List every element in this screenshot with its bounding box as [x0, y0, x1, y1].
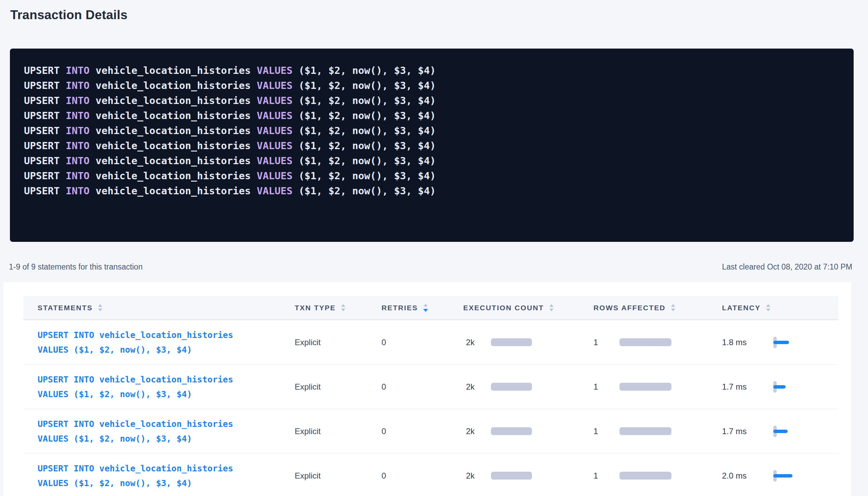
sort-arrows-icon [549, 304, 553, 311]
txn-type-cell: Explicit [291, 338, 378, 347]
execution-count-cell: 2k [460, 382, 590, 392]
sort-up-icon [671, 304, 675, 307]
sort-arrows-icon [341, 304, 345, 311]
latency-cell: 2.0 ms [719, 469, 838, 483]
latency-bar [773, 341, 789, 344]
table-header: STATEMENTS TXN TYPE RETRIES EXECUTION CO… [23, 296, 838, 320]
retries-cell: 0 [378, 471, 460, 481]
statement-row: UPSERT INTO vehicle_location_historiesVA… [23, 320, 838, 365]
column-header-txn-type[interactable]: TXN TYPE [291, 304, 378, 312]
column-header-label: ROWS AFFECTED [593, 304, 666, 312]
sort-up-icon [98, 304, 102, 307]
statement-link[interactable]: UPSERT INTO vehicle_location_historiesVA… [38, 461, 291, 491]
column-header-label: LATENCY [722, 304, 761, 312]
execution-count-bar [491, 472, 532, 480]
sort-arrows-icon [423, 304, 428, 312]
latency-bar-chart [773, 425, 797, 438]
sql-line: UPSERT INTO vehicle_location_histories V… [24, 123, 840, 138]
sort-arrows-icon [766, 304, 770, 311]
sql-line: UPSERT INTO vehicle_location_histories V… [24, 153, 840, 168]
execution-count-cell: 2k [460, 427, 590, 436]
sql-line: UPSERT INTO vehicle_location_histories V… [24, 168, 840, 183]
sql-line: UPSERT INTO vehicle_location_histories V… [24, 78, 840, 93]
sql-statements-box: UPSERT INTO vehicle_location_histories V… [10, 49, 854, 242]
sort-down-icon [766, 309, 770, 311]
latency-bar [773, 385, 786, 389]
rows-affected-cell: 1 [590, 382, 719, 392]
sort-up-icon [424, 304, 428, 306]
execution-count-cell: 2k [460, 338, 590, 347]
latency-cell: 1.7 ms [719, 380, 838, 394]
statements-table-card: STATEMENTS TXN TYPE RETRIES EXECUTION CO… [3, 282, 851, 496]
column-header-execution-count[interactable]: EXECUTION COUNT [460, 304, 590, 312]
statement-link[interactable]: UPSERT INTO vehicle_location_historiesVA… [38, 328, 291, 357]
txn-type-cell: Explicit [291, 382, 378, 392]
retries-cell: 0 [378, 382, 460, 392]
rows-affected-bar [619, 338, 671, 346]
rows-affected-bar [619, 427, 671, 435]
sort-down-icon [98, 309, 102, 311]
table-meta-row: 1-9 of 9 statements for this transaction… [9, 262, 852, 272]
txn-type-cell: Explicit [291, 427, 378, 436]
retries-cell: 0 [378, 338, 460, 347]
sort-down-icon [341, 309, 345, 311]
rows-affected-cell: 1 [590, 427, 719, 436]
latency-bar-chart [773, 336, 797, 349]
execution-count-bar [491, 338, 532, 346]
column-header-label: EXECUTION COUNT [463, 304, 544, 312]
sql-line: UPSERT INTO vehicle_location_histories V… [24, 108, 840, 123]
retries-cell: 0 [378, 427, 460, 436]
latency-bar-chart [773, 380, 797, 394]
execution-count-bar [491, 427, 532, 435]
statement-link[interactable]: UPSERT INTO vehicle_location_historiesVA… [38, 372, 291, 402]
statement-link[interactable]: UPSERT INTO vehicle_location_historiesVA… [38, 417, 291, 446]
latency-bar [773, 430, 788, 433]
rows-affected-cell: 1 [590, 471, 719, 481]
txn-type-cell: Explicit [291, 471, 378, 481]
rows-affected-cell: 1 [590, 338, 719, 347]
table-body: UPSERT INTO vehicle_location_historiesVA… [23, 320, 838, 496]
column-header-label: STATEMENTS [38, 304, 93, 312]
statements-range-label: 1-9 of 9 statements for this transaction [9, 262, 143, 272]
column-header-label: RETRIES [382, 304, 418, 312]
statement-row: UPSERT INTO vehicle_location_historiesVA… [23, 454, 838, 496]
sql-line: UPSERT INTO vehicle_location_histories V… [24, 183, 840, 198]
page-title: Transaction Details [10, 8, 868, 23]
last-cleared-label: Last cleared Oct 08, 2020 at 7:10 PM [722, 262, 852, 272]
column-header-retries[interactable]: RETRIES [378, 304, 460, 312]
rows-affected-bar [619, 383, 671, 391]
latency-bar [773, 474, 792, 478]
latency-bar-chart [773, 469, 797, 483]
sort-down-icon [671, 309, 675, 311]
sort-up-icon [549, 304, 553, 307]
sort-down-icon [549, 309, 553, 311]
rows-affected-bar [619, 472, 671, 480]
execution-count-cell: 2k [460, 471, 590, 481]
sql-line: UPSERT INTO vehicle_location_histories V… [24, 93, 840, 108]
statement-row: UPSERT INTO vehicle_location_historiesVA… [23, 365, 838, 409]
sort-down-icon [423, 309, 428, 312]
sort-arrows-icon [98, 304, 102, 311]
sql-line: UPSERT INTO vehicle_location_histories V… [24, 138, 840, 153]
column-header-rows-affected[interactable]: ROWS AFFECTED [590, 304, 719, 312]
column-header-latency[interactable]: LATENCY [719, 304, 838, 312]
sort-arrows-icon [671, 304, 675, 311]
sql-line: UPSERT INTO vehicle_location_histories V… [24, 63, 840, 78]
latency-cell: 1.7 ms [719, 425, 838, 438]
execution-count-bar [491, 383, 532, 391]
sort-up-icon [766, 304, 770, 307]
latency-cell: 1.8 ms [719, 336, 838, 349]
sort-up-icon [341, 304, 345, 307]
statement-row: UPSERT INTO vehicle_location_historiesVA… [23, 409, 838, 454]
column-header-statements[interactable]: STATEMENTS [23, 304, 291, 312]
column-header-label: TXN TYPE [295, 304, 336, 312]
